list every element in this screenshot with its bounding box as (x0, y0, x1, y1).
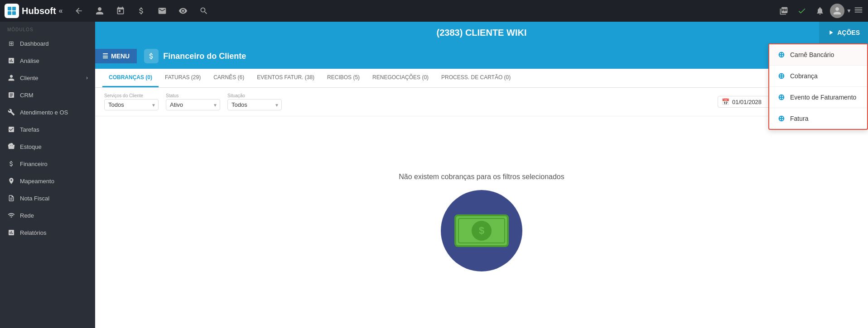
app-title: Hubsoft (22, 6, 56, 16)
avatar (830, 4, 844, 18)
checkmark-icon[interactable] (794, 3, 810, 19)
tab-cobrancas[interactable]: COBRANÇAS (0) (102, 69, 159, 87)
cliente-icon (7, 74, 15, 82)
tabs-bar: COBRANÇAS (0) FATURAS (29) CARNÊS (6) EV… (95, 69, 868, 88)
servicos-label: Serviços do Cliente (104, 93, 159, 98)
empty-state-text: Não existem cobranças para os filtros se… (399, 173, 564, 181)
sidebar-item-label: Estoque (20, 143, 42, 150)
logo-icon (5, 4, 19, 18)
servicos-filter-group: Serviços do Cliente Todos (104, 93, 159, 110)
section-title: Financeiro do Cliente (163, 52, 246, 61)
servicos-select[interactable]: Todos (104, 99, 159, 110)
collapse-icon[interactable]: « (59, 7, 63, 15)
nav-calendar-icon[interactable] (111, 2, 130, 20)
sidebar-item-atendimento[interactable]: Atendimento e OS (0, 104, 95, 121)
nota-fiscal-icon (7, 194, 15, 202)
hamburger-menu-icon[interactable] (854, 5, 863, 17)
tab-eventos[interactable]: EVENTOS FATUR. (38) (251, 69, 321, 87)
modules-label: MÓDULOS (0, 22, 95, 35)
dropdown-item-label: Evento de Faturamento (790, 94, 856, 101)
client-header-bar: (2383) CLIENTE WIKI AÇÕES (95, 22, 868, 43)
servicos-select-wrapper: Todos (104, 99, 159, 110)
estoque-icon (7, 143, 15, 151)
section-title-area: Financeiro do Cliente (137, 47, 868, 65)
tab-faturas[interactable]: FATURAS (29) (159, 69, 207, 87)
status-filter-group: Status Ativo (166, 93, 220, 110)
nav-mail-icon[interactable] (153, 2, 171, 20)
svg-rect-3 (12, 11, 16, 15)
nav-back-button[interactable] (70, 2, 88, 20)
bell-icon[interactable] (812, 3, 828, 19)
sidebar-item-rede[interactable]: Rede (0, 207, 95, 224)
tab-carnes[interactable]: CARNÊS (6) (207, 69, 251, 87)
sidebar-item-analise[interactable]: Análise (0, 52, 95, 69)
sidebar-item-label: CRM (20, 92, 34, 99)
analise-icon (7, 57, 15, 65)
nav-eye-icon[interactable] (174, 2, 192, 20)
sidebar: MÓDULOS ⊞ Dashboard Análise Cliente › CR… (0, 22, 95, 328)
mapeamento-icon (7, 177, 15, 185)
sidebar-item-cliente[interactable]: Cliente › (0, 69, 95, 86)
dropdown-item-cobranca[interactable]: ⊕ Cobrança (769, 66, 867, 87)
plus-icon: ⊕ (776, 92, 786, 102)
atendimento-icon (7, 108, 15, 116)
sidebar-item-mapeamento[interactable]: Mapeamento (0, 172, 95, 190)
situacao-select[interactable]: Todos (227, 99, 282, 110)
tab-process-cartao[interactable]: PROCESS. DE CARTÃO (0) (435, 69, 517, 87)
actions-button[interactable]: AÇÕES (819, 22, 868, 43)
actions-dropdown-menu: ⊕ Carnê Bancário ⊕ Cobrança ⊕ Evento de … (768, 43, 868, 130)
situacao-label: Situação (227, 93, 282, 98)
content-area: (2383) CLIENTE WIKI AÇÕES ☰ MENU Finance… (95, 22, 868, 328)
sidebar-item-dashboard[interactable]: ⊞ Dashboard (0, 35, 95, 52)
sidebar-item-label: Cliente (20, 75, 38, 81)
plus-icon: ⊕ (776, 114, 786, 124)
nav-dollar-icon[interactable] (132, 2, 150, 20)
nav-person-icon[interactable] (91, 2, 109, 20)
calendar-from-icon: 📅 (722, 98, 729, 105)
dropdown-item-label: Cobrança (790, 72, 818, 80)
dollar-sign-icon: $ (472, 221, 492, 241)
svg-rect-0 (8, 7, 11, 10)
date-from-input[interactable] (732, 99, 773, 105)
sidebar-item-label: Tarefas (20, 126, 39, 133)
sidebar-item-label: Atendimento e OS (20, 109, 68, 116)
menu-button[interactable]: ☰ MENU (95, 49, 137, 63)
avatar-chevron: ▼ (846, 8, 852, 14)
pdf-icon[interactable] (776, 3, 792, 19)
sidebar-item-crm[interactable]: CRM (0, 86, 95, 104)
top-navigation: Hubsoft « ▼ (0, 0, 868, 22)
sidebar-item-relatorios[interactable]: Relatórios (0, 224, 95, 241)
plus-icon: ⊕ (776, 50, 786, 60)
crm-icon (7, 91, 15, 99)
filters-row: Serviços do Cliente Todos Status Ativo S… (95, 88, 868, 116)
sidebar-item-financeiro[interactable]: Financeiro (0, 155, 95, 172)
chevron-right-icon: › (86, 75, 88, 81)
relatorios-icon (7, 228, 15, 237)
tab-renegociacoes[interactable]: RENEGOCIAÇÕES (0) (366, 69, 435, 87)
sidebar-item-tarefas[interactable]: Tarefas (0, 121, 95, 138)
app-logo[interactable]: Hubsoft « (5, 4, 63, 18)
money-circle-graphic: $ (441, 190, 522, 271)
situacao-select-wrapper: Todos (227, 99, 282, 110)
sidebar-item-label: Relatórios (20, 229, 47, 236)
status-select[interactable]: Ativo (166, 99, 220, 110)
section-header-row: ☰ MENU Financeiro do Cliente (95, 43, 868, 69)
client-title: (2383) CLIENTE WIKI (437, 28, 527, 38)
sidebar-item-nota-fiscal[interactable]: Nota Fiscal (0, 190, 95, 207)
dashboard-icon: ⊞ (7, 39, 15, 48)
section-dollar-icon (144, 49, 159, 63)
sidebar-item-label: Financeiro (20, 161, 48, 167)
user-avatar-button[interactable]: ▼ (830, 4, 852, 18)
dropdown-item-fatura[interactable]: ⊕ Fatura (769, 108, 867, 129)
dropdown-item-evento-faturamento[interactable]: ⊕ Evento de Faturamento (769, 87, 867, 108)
dropdown-item-label: Fatura (790, 115, 808, 122)
dropdown-item-carne-bancario[interactable]: ⊕ Carnê Bancário (769, 44, 867, 66)
tab-recibos[interactable]: RECIBOS (5) (321, 69, 366, 87)
sidebar-item-label: Rede (20, 212, 34, 219)
svg-rect-1 (12, 7, 16, 10)
status-label: Status (166, 93, 220, 98)
sidebar-item-estoque[interactable]: Estoque (0, 138, 95, 155)
dropdown-item-label: Carnê Bancário (790, 51, 834, 58)
money-bill-graphic: $ (454, 214, 509, 247)
nav-search-icon[interactable] (195, 2, 213, 20)
